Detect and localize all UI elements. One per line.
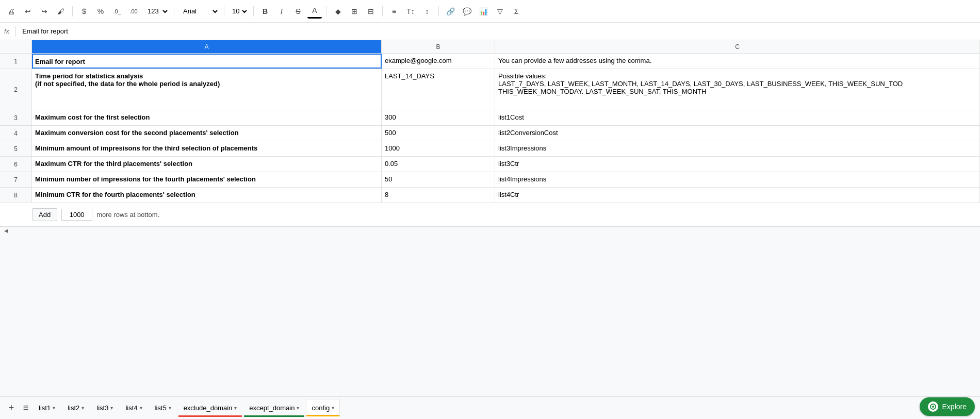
italic-button[interactable]: I: [274, 4, 289, 19]
cell-b-4[interactable]: 500: [382, 126, 495, 141]
fx-label: fx: [4, 27, 9, 35]
merge-button[interactable]: ⊟: [364, 4, 378, 19]
chart-button[interactable]: 📊: [476, 4, 491, 19]
table-row: 1Email for reportexample@google.comYou c…: [0, 54, 980, 69]
cell-a-1[interactable]: Email for report: [32, 54, 382, 69]
cell-c-3[interactable]: list1Cost: [495, 110, 980, 125]
add-rows-input[interactable]: [61, 209, 92, 221]
decimal-decrease-button[interactable]: .0_: [110, 4, 124, 19]
cell-a-7[interactable]: Minimum number of impressions for the fo…: [32, 172, 382, 187]
table-row: 4Maximum conversion cost for the second …: [0, 126, 980, 141]
strikethrough-button[interactable]: S: [291, 4, 305, 19]
formula-separator: [15, 26, 16, 37]
comment-button[interactable]: 💬: [460, 4, 474, 19]
divider-2: [174, 6, 174, 16]
spreadsheet: A B C 1Email for reportexample@google.co…: [0, 40, 980, 227]
row-number: 3: [0, 110, 32, 125]
add-rows-button[interactable]: Add: [32, 208, 57, 221]
divider-1: [72, 6, 73, 16]
table-row: 7Minimum number of impressions for the f…: [0, 172, 980, 188]
divider-7: [438, 6, 439, 16]
table-row: 5Minimum amount of impresisons for the t…: [0, 141, 980, 157]
cell-a-5[interactable]: Minimum amount of impresisons for the th…: [32, 141, 382, 156]
paint-format-button[interactable]: 🖌: [54, 4, 68, 19]
cell-c-8[interactable]: list4Ctr: [495, 188, 980, 203]
cell-c-1[interactable]: You can provide a few addresses using th…: [495, 54, 980, 69]
cell-b-2[interactable]: LAST_14_DAYS: [382, 69, 495, 110]
toolbar: 🖨 ↩ ↪ 🖌 $ % .0_ .00 123 Arial 10 B I S A…: [0, 0, 980, 23]
cell-b-7[interactable]: 50: [382, 172, 495, 187]
text-color-button[interactable]: A: [307, 4, 322, 19]
column-headers: A B C: [0, 40, 980, 54]
row-number: 8: [0, 188, 32, 203]
function-button[interactable]: Σ: [509, 4, 524, 19]
cell-c-2[interactable]: Possible values: LAST_7_DAYS, LAST_WEEK,…: [495, 69, 980, 110]
borders-button[interactable]: ⊞: [347, 4, 362, 19]
undo-button[interactable]: ↩: [21, 4, 35, 19]
cell-b-8[interactable]: 8: [382, 188, 495, 203]
cell-a-6[interactable]: Maximum CTR for the third placements' se…: [32, 157, 382, 172]
link-button[interactable]: 🔗: [443, 4, 458, 19]
cell-a-4[interactable]: Maximum conversion cost for the second p…: [32, 126, 382, 141]
row-number: 2: [0, 69, 32, 110]
formula-content: Email for report: [22, 27, 976, 35]
cell-b-6[interactable]: 0.05: [382, 157, 495, 172]
row-num-header: [0, 40, 32, 53]
row-number: 1: [0, 54, 32, 69]
table-row: 2Time period for statistics analysis (if…: [0, 69, 980, 110]
divider-5: [326, 6, 326, 16]
print-button[interactable]: 🖨: [4, 4, 19, 19]
text-rotation-button[interactable]: T↕: [403, 4, 418, 19]
add-row-area: Add more rows at bottom.: [0, 203, 980, 227]
cell-c-7[interactable]: list4Impressions: [495, 172, 980, 187]
horizontal-scrollbar[interactable]: ◀: [0, 227, 980, 234]
scroll-left-icon[interactable]: ◀: [4, 228, 8, 233]
row-number: 6: [0, 157, 32, 172]
divider-3: [224, 6, 224, 16]
text-wrap-button[interactable]: ↕: [420, 4, 434, 19]
filter-button[interactable]: ▽: [493, 4, 507, 19]
cell-a-8[interactable]: Minimum CTR for the fourth placements' s…: [32, 188, 382, 203]
table-row: 3Maximum cost for the first selection300…: [0, 110, 980, 126]
cell-c-5[interactable]: list3Impressions: [495, 141, 980, 156]
row-number: 4: [0, 126, 32, 141]
decimal-increase-button[interactable]: .00: [126, 4, 141, 19]
fill-color-button[interactable]: ◆: [331, 4, 345, 19]
divider-6: [382, 6, 383, 16]
cell-a-3[interactable]: Maximum cost for the first selection: [32, 110, 382, 125]
cell-b-5[interactable]: 1000: [382, 141, 495, 156]
divider-4: [253, 6, 254, 16]
table-row: 6Maximum CTR for the third placements' s…: [0, 157, 980, 172]
font-size-select[interactable]: 10: [228, 4, 249, 19]
cell-b-1[interactable]: example@google.com: [382, 54, 495, 69]
formula-bar: fx Email for report: [0, 23, 980, 40]
row-number: 7: [0, 172, 32, 187]
format-select[interactable]: 123: [143, 4, 170, 19]
redo-button[interactable]: ↪: [37, 4, 52, 19]
column-header-b[interactable]: B: [382, 40, 495, 53]
cell-c-6[interactable]: list3Ctr: [495, 157, 980, 172]
font-family-select[interactable]: Arial: [178, 4, 220, 19]
bold-button[interactable]: B: [258, 4, 272, 19]
cell-c-4[interactable]: list2ConversionCost: [495, 126, 980, 141]
row-number: 5: [0, 141, 32, 156]
table-row: 8Minimum CTR for the fourth placements' …: [0, 188, 980, 203]
cell-b-3[interactable]: 300: [382, 110, 495, 125]
cell-a-2[interactable]: Time period for statistics analysis (if …: [32, 69, 382, 110]
align-left-button[interactable]: ≡: [387, 4, 401, 19]
add-rows-label: more rows at bottom.: [96, 211, 159, 219]
column-header-c[interactable]: C: [495, 40, 980, 53]
column-header-a[interactable]: A: [32, 40, 382, 53]
currency-button[interactable]: $: [77, 4, 91, 19]
percent-button[interactable]: %: [93, 4, 108, 19]
data-rows: 1Email for reportexample@google.comYou c…: [0, 54, 980, 203]
